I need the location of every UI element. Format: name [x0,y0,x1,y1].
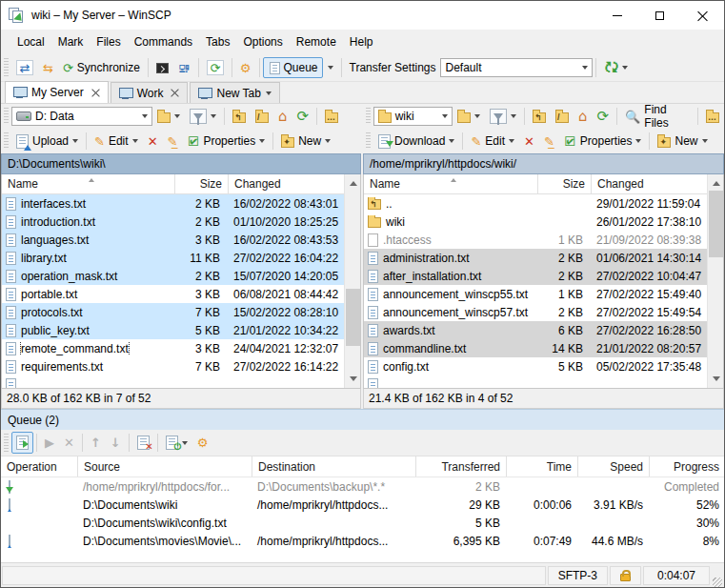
local-properties-button[interactable]: 🗹Properties [182,131,270,152]
queue-show-button[interactable] [11,432,33,454]
remote-column-changed[interactable]: Changed [591,174,707,193]
refresh-button[interactable]: ⟳ [202,56,229,79]
queue-column-destination[interactable]: Destination [252,456,415,476]
queue-column-speed[interactable]: Speed [577,456,649,476]
menu-item-files[interactable]: Files [90,31,127,52]
remote-refresh-button[interactable]: ⟳ [593,107,614,127]
close-tab-icon[interactable] [91,89,100,97]
queue-cancel-button[interactable]: ✕ [59,433,79,453]
commander-layout-button[interactable]: ⇄ [11,56,38,79]
file-row[interactable]: config.txt5 KB05/02/2022 17:35:48 [364,357,707,375]
queue-process-button[interactable]: ⏻ [161,432,192,454]
local-parent-directory-button[interactable]: ↰ [228,107,251,127]
file-row[interactable]: announcement_winscp55.txt1 KB27/02/2022 … [364,285,707,303]
remote-edit-button[interactable]: ✎Edit [466,131,519,152]
toolbar-grip[interactable] [4,58,9,77]
local-column-size[interactable]: Size [174,174,228,193]
maximize-button[interactable] [638,1,681,30]
open-in-putty-button[interactable]: 🖳 [173,58,195,78]
local-scrollbar[interactable] [344,174,360,388]
remote-directory-combo[interactable]: wiki [373,107,453,126]
preferences-button[interactable]: ⚙ [235,58,256,78]
remote-parent-directory-button[interactable]: ↰ [528,107,551,127]
file-row[interactable]: interfaces.txt2 KB16/02/2022 08:43:01 [2,194,344,213]
menu-item-commands[interactable]: Commands [128,31,199,52]
remote-filter-button[interactable] [485,105,521,128]
scroll-up-icon[interactable] [345,174,361,191]
file-row[interactable]: introduction.txt2 KB01/10/2020 18:25:25 [2,213,344,231]
local-edit-button[interactable]: ✎Edit [90,131,143,152]
queue-dropdown[interactable] [323,59,338,76]
encryption-cell[interactable] [610,566,641,585]
synchronize-button[interactable]: ⟳Synchronize [58,57,145,78]
scroll-down-icon[interactable] [345,372,361,388]
remote-directory-tree-button[interactable]: … [701,107,724,127]
local-home-directory-button[interactable]: ⌂ [273,107,292,127]
file-row[interactable]: commandline.txt14 KB21/01/2022 08:20:57 [364,339,707,357]
minimize-button[interactable] [595,1,638,30]
transfer-options-button[interactable]: 🗘 [599,58,633,78]
menu-item-local[interactable]: Local [10,31,51,52]
session-tab-new-tab[interactable]: New Tab [190,82,279,103]
local-path-header[interactable]: D:\Documents\wiki\ [1,153,361,174]
remote-scrollbar[interactable] [707,174,723,388]
queue-column-time[interactable]: Time [506,456,577,476]
remote-column-name[interactable]: Name [364,174,537,193]
file-row[interactable]: wiki26/01/2022 17:38:10 [364,213,707,231]
close-button[interactable] [681,1,724,30]
menu-item-tabs[interactable]: Tabs [199,31,236,52]
file-row[interactable]: remote_command.txt3 KB24/04/2021 12:32:0… [2,339,344,357]
local-directory-tree-button[interactable]: … [320,107,343,127]
queue-item-row[interactable]: D:\Documents\wiki\config.txt5 KB30% [1,514,724,532]
file-row[interactable]: languages.txt3 KB16/02/2022 08:43:53 [2,231,344,249]
queue-resume-button[interactable]: ▶ [40,433,59,453]
resize-grip[interactable] [713,578,722,587]
menu-item-help[interactable]: Help [343,31,380,52]
file-row[interactable]: .htaccess1 KB21/09/2022 08:39:38 [364,231,707,249]
scroll-up-icon[interactable] [708,174,724,191]
local-open-directory-button[interactable] [152,107,185,127]
file-row[interactable]: library.txt11 KB27/02/2022 16:04:22 [2,249,344,267]
menu-item-remote[interactable]: Remote [290,31,343,52]
menu-item-mark[interactable]: Mark [51,31,91,52]
session-tab-my-server[interactable]: My Server [5,81,109,103]
remote-delete-button[interactable]: ✕ [519,132,539,152]
upload-button[interactable]: Upload [11,131,83,152]
file-row[interactable]: administration.txt2 KB01/06/2021 14:30:1… [364,249,707,267]
queue-preferences-button[interactable]: ⚙ [192,433,213,453]
file-row[interactable]: ↰..29/01/2022 11:59:04 [364,194,707,213]
remote-new-button[interactable]: ✦New [653,131,712,152]
local-drive-combo[interactable]: D: Data [11,107,152,126]
queue-column-operation[interactable]: Operation [1,456,77,476]
queue-column-source[interactable]: Source [77,456,252,476]
remote-rename-button[interactable]: ✎̲ [539,132,559,152]
scroll-down-icon[interactable] [708,372,724,388]
local-root-directory-button[interactable]: / [251,107,273,127]
remote-properties-button[interactable]: 🗹Properties [559,131,647,152]
remote-home-directory-button[interactable]: ⌂ [574,107,593,127]
open-console-button[interactable] [151,59,173,77]
file-row[interactable]: requirements.txt7 KB27/02/2022 16:14:22 [2,357,344,375]
file-row[interactable]: portable.txt3 KB06/08/2021 08:44:42 [2,285,344,303]
file-row[interactable]: public_key.txt5 KB21/01/2022 10:34:22 [2,321,344,339]
local-refresh-button[interactable]: ⟳ [292,107,314,127]
local-column-changed[interactable]: Changed [228,174,344,193]
queue-item-row[interactable]: /home/mprikryl/httpdocs/for...D:\Documen… [1,477,724,496]
local-column-name[interactable]: Name [2,174,174,193]
local-filter-button[interactable] [185,105,221,128]
queue-column-progress[interactable]: Progress [649,456,725,476]
remote-root-directory-button[interactable]: / [551,107,574,127]
file-row[interactable]: operation_mask.txt2 KB15/07/2020 14:20:0… [2,267,344,285]
menu-item-options[interactable]: Options [236,31,289,52]
remote-column-size[interactable]: Size [537,174,591,193]
queue-toggle-button[interactable]: Queue [263,57,323,78]
session-tab-work[interactable]: Work [111,82,189,103]
file-row[interactable]: announcement_winscp57.txt2 KB27/02/2022 … [364,303,707,321]
download-button[interactable]: Download [373,131,459,152]
protocol-cell[interactable]: SFTP-3 [548,566,608,585]
queue-item-row[interactable]: D:\Documents\movies\Movie\.../home/mprik… [1,532,724,550]
new-tab-dropdown-icon[interactable] [266,91,272,98]
local-rename-button[interactable]: ✎̲ [163,132,183,152]
local-new-button[interactable]: ✦New [276,131,335,152]
file-row[interactable]: after_installation.txt2 KB27/02/2022 10:… [364,267,707,285]
